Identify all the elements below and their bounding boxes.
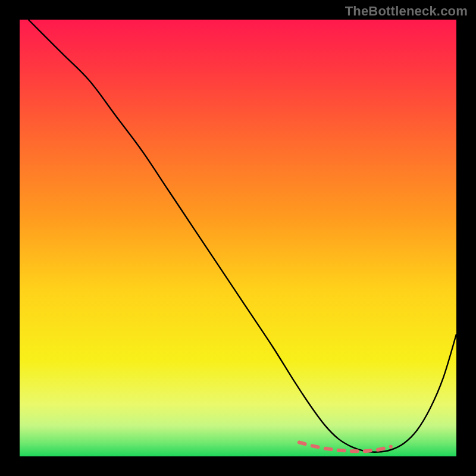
chart-container: TheBottleneck.com — [0, 0, 476, 476]
accent-dot — [339, 450, 345, 451]
plot-svg — [20, 20, 456, 456]
accent-dot — [389, 445, 393, 449]
accent-dot — [378, 449, 384, 450]
gradient-background — [20, 20, 456, 456]
accent-dot — [312, 446, 318, 447]
accent-dot — [325, 449, 331, 449]
accent-dot — [365, 450, 371, 451]
accent-dot — [299, 443, 305, 444]
plot-area — [20, 20, 456, 456]
attribution-text: TheBottleneck.com — [345, 4, 468, 19]
